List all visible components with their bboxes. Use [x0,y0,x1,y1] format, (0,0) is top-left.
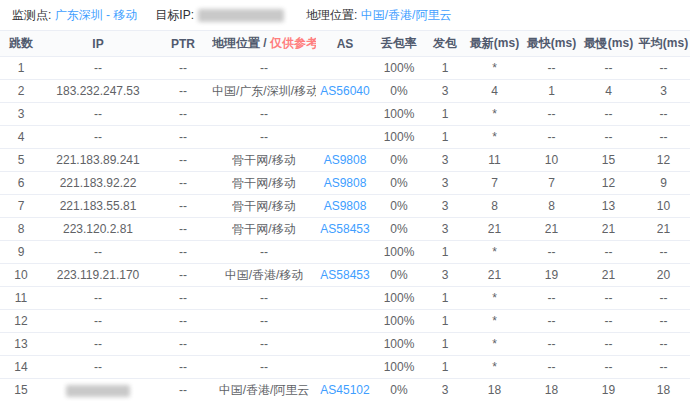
cell-slowest: -- [580,333,637,356]
cell-avg: 20 [637,264,690,287]
cell-latest: * [466,310,523,333]
cell-avg: -- [637,126,690,149]
table-body: 1------100%1*------2183.232.247.53--中国/广… [0,57,690,401]
cell-hop: 15 [0,379,42,401]
geo-link[interactable]: 中国/香港/阿里云 [361,7,452,24]
cell-avg: 10 [637,195,690,218]
as-link[interactable]: AS45102 [320,383,369,397]
cell-sent: 3 [424,80,466,103]
cell-avg: -- [637,287,690,310]
cell-latest: 4 [466,80,523,103]
cell-hop: 3 [0,103,42,126]
monitor-point-label: 监测点: [12,7,51,24]
target-ip-label: 目标IP: [155,7,194,24]
monitor-point-group: 监测点: 广东深圳 - 移动 [12,7,137,24]
as-link[interactable]: AS56040 [320,84,369,98]
table-row: 8223.120.2.81--骨干网/移动AS584530%321212121 [0,218,690,241]
cell-sent: 3 [424,379,466,401]
cell-ip: 223.119.21.170 [42,264,154,287]
cell-as [316,103,374,126]
cell-ip: -- [42,333,154,356]
cell-latest: 8 [466,195,523,218]
cell-slowest: 4 [580,80,637,103]
cell-loss: 0% [374,80,424,103]
as-link[interactable]: AS58453 [320,268,369,282]
cell-geo: -- [212,356,316,379]
cell-loss: 100% [374,57,424,80]
as-link[interactable]: AS9808 [324,199,367,213]
cell-avg: 9 [637,172,690,195]
cell-as: AS58453 [316,264,374,287]
cell-ptr: -- [154,126,212,149]
column-header-fastest: 最快(ms) [523,31,580,57]
cell-fastest: 18 [523,379,580,401]
cell-hop: 6 [0,172,42,195]
cell-ip: -- [42,241,154,264]
cell-loss: 100% [374,241,424,264]
cell-fastest: -- [523,287,580,310]
cell-slowest: 21 [580,264,637,287]
cell-avg: -- [637,310,690,333]
toolbar: 监测点: 广东深圳 - 移动 目标IP: 地理位置: 中国/香港/阿里云 [0,0,690,30]
cell-sent: 3 [424,264,466,287]
cell-ptr: -- [154,218,212,241]
cell-fastest: -- [523,333,580,356]
table-row: 11------100%1*------ [0,287,690,310]
as-link[interactable]: AS9808 [324,153,367,167]
target-ip-group: 目标IP: [155,7,288,24]
cell-latest: * [466,356,523,379]
cell-avg: -- [637,241,690,264]
cell-slowest: 13 [580,195,637,218]
cell-loss: 0% [374,195,424,218]
cell-slowest: -- [580,103,637,126]
cell-ptr: -- [154,103,212,126]
cell-ip: -- [42,356,154,379]
cell-geo: -- [212,333,316,356]
table-row: 3------100%1*------ [0,103,690,126]
cell-hop: 8 [0,218,42,241]
cell-as [316,333,374,356]
as-link[interactable]: AS9808 [324,176,367,190]
cell-sent: 1 [424,103,466,126]
cell-ip: 221.183.55.81 [42,195,154,218]
cell-latest: * [466,103,523,126]
cell-as: AS58453 [316,218,374,241]
cell-geo: -- [212,310,316,333]
monitor-point-link[interactable]: 广东深圳 - 移动 [55,7,138,24]
cell-slowest: -- [580,57,637,80]
cell-geo: 骨干网/移动 [212,195,316,218]
table-row: 7221.183.55.81--骨干网/移动AS98080%3881310 [0,195,690,218]
cell-as [316,356,374,379]
cell-sent: 1 [424,287,466,310]
cell-fastest: 21 [523,218,580,241]
cell-ip: 223.120.2.81 [42,218,154,241]
cell-fastest: 1 [523,80,580,103]
redacted-ip [66,385,130,397]
cell-hop: 13 [0,333,42,356]
table-header: 跳数 IP PTR 地理位置 / 仅供参考 AS 丢包率 发包 最新(ms) 最… [0,31,690,57]
cell-ptr: -- [154,57,212,80]
cell-slowest: -- [580,126,637,149]
cell-geo: 骨干网/移动 [212,172,316,195]
cell-loss: 0% [374,379,424,401]
cell-hop: 10 [0,264,42,287]
cell-avg: 3 [637,80,690,103]
cell-hop: 9 [0,241,42,264]
table-row: 1------100%1*------ [0,57,690,80]
cell-as: AS9808 [316,195,374,218]
cell-geo: 骨干网/移动 [212,218,316,241]
cell-as [316,126,374,149]
column-header-hop: 跳数 [0,31,42,57]
cell-hop: 2 [0,80,42,103]
cell-slowest: -- [580,310,637,333]
as-link[interactable]: AS58453 [320,222,369,236]
cell-latest: * [466,126,523,149]
cell-slowest: -- [580,241,637,264]
cell-as: AS9808 [316,172,374,195]
cell-ptr: -- [154,195,212,218]
cell-as: AS56040 [316,80,374,103]
cell-geo: -- [212,241,316,264]
cell-sent: 3 [424,149,466,172]
cell-ip: -- [42,103,154,126]
cell-fastest: -- [523,103,580,126]
